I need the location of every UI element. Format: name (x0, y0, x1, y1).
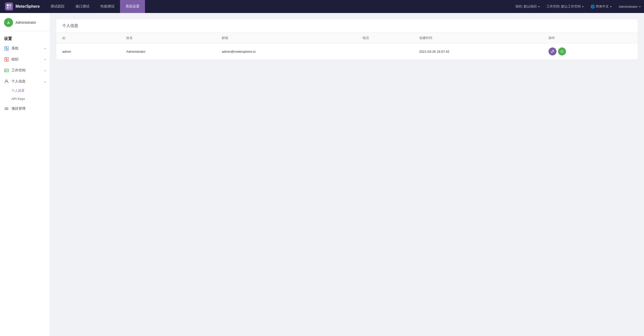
svg-rect-3 (9, 7, 11, 9)
sidebar-item-personal-settings[interactable]: 个人设置 (0, 86, 50, 95)
actions-cell (548, 47, 632, 55)
svg-rect-11 (7, 60, 8, 61)
page-title: 个人信息 (56, 19, 638, 33)
nav-item-test-tracking[interactable]: 测试跟踪 (45, 0, 70, 13)
svg-rect-7 (7, 49, 8, 50)
sidebar-item-api-keys[interactable]: API Keys (0, 95, 50, 103)
sidebar-group-header-system[interactable]: 系统 ▾ (0, 43, 50, 53)
cell-name: Administrator (120, 43, 216, 60)
svg-rect-0 (7, 4, 9, 6)
col-phone: 电话 (356, 33, 413, 43)
logo-text: MeterSphere (16, 4, 40, 9)
col-id: ID (56, 33, 120, 43)
workspace-chevron-icon: ▾ (44, 69, 46, 72)
content-card: 个人信息 ID 姓名 邮箱 电话 创建时间 操作 admin Admini (56, 19, 638, 60)
main-content: 个人信息 ID 姓名 邮箱 电话 创建时间 操作 admin Admini (50, 13, 644, 336)
nav-item-perf-testing[interactable]: 性能测试 (95, 0, 120, 13)
nav-right: 组织: 默认组织 ▾ 工作空间: 默认工作空间 ▾ 🌐 简体中文 ▾ Admin… (512, 0, 644, 13)
svg-rect-12 (4, 69, 8, 72)
sidebar-section-title: 设置 (0, 31, 50, 43)
sidebar-username: Administrator (16, 20, 36, 24)
sidebar-group-header-personal[interactable]: 个人信息 ▴ (0, 76, 50, 86)
col-actions: 操作 (542, 33, 638, 43)
sidebar-group-system: 系统 ▾ (0, 43, 50, 53)
system-label: 系统 (12, 46, 42, 51)
sidebar-user: A Administrator (0, 13, 50, 31)
nav-item-api-testing[interactable]: 接口测试 (70, 0, 95, 13)
col-email: 邮箱 (216, 33, 356, 43)
svg-line-20 (553, 50, 554, 51)
sidebar-group-header-org[interactable]: 组织 ▾ (0, 54, 50, 64)
svg-point-21 (562, 51, 562, 52)
sidebar-group-header-workspace[interactable]: 工作空间 ▾ (0, 65, 50, 75)
workspace-label: 工作空间 (12, 68, 42, 73)
col-name: 姓名 (120, 33, 216, 43)
lang-selector[interactable]: 🌐 简体中文 ▾ (587, 0, 615, 13)
org-chevron-icon: ▾ (44, 58, 46, 61)
org-label: 组织 (12, 57, 42, 62)
table-header: ID 姓名 邮箱 电话 创建时间 操作 (56, 33, 638, 43)
personal-icon (4, 79, 9, 84)
org-chevron-icon: ▾ (538, 5, 540, 8)
sidebar-group-org: 组织 ▾ (0, 54, 50, 64)
lang-chevron-icon: ▾ (610, 5, 612, 8)
svg-rect-9 (4, 59, 6, 61)
avatar: A (4, 18, 13, 27)
svg-rect-2 (7, 7, 9, 9)
svg-rect-1 (9, 4, 11, 6)
project-mgmt-label: 项目管理 (12, 106, 26, 111)
svg-rect-10 (7, 57, 8, 59)
sidebar-item-project-mgmt[interactable]: 项目管理 (0, 104, 50, 114)
user-menu[interactable]: Administrator ▾ (615, 0, 644, 13)
nav-menu: 测试跟踪 接口测试 性能测试 系统设置 (45, 0, 512, 13)
sidebar: A Administrator 设置 系统 ▾ (0, 13, 50, 336)
workspace-chevron-icon: ▾ (582, 5, 584, 8)
sidebar-group-personal: 个人信息 ▴ 个人设置 API Keys (0, 76, 50, 103)
table-row: admin Administrator admin@metersphere.io… (56, 43, 638, 60)
system-icon (4, 46, 9, 51)
edit-button[interactable] (548, 47, 556, 55)
settings-button[interactable] (558, 47, 566, 55)
cell-id: admin (56, 43, 120, 60)
col-created-at: 创建时间 (413, 33, 543, 43)
sidebar-group-workspace: 工作空间 ▾ (0, 65, 50, 75)
cell-phone (356, 43, 413, 60)
svg-rect-4 (4, 46, 6, 48)
org-selector[interactable]: 组织: 默认组织 ▾ (512, 0, 543, 13)
cell-email: admin@metersphere.io (216, 43, 356, 60)
nav-item-system-settings[interactable]: 系统设置 (120, 0, 145, 13)
layout: A Administrator 设置 系统 ▾ (0, 13, 644, 336)
project-icon (4, 106, 9, 111)
workspace-selector[interactable]: 工作空间: 默认工作空间 ▾ (543, 0, 587, 13)
personal-info-table: ID 姓名 邮箱 电话 创建时间 操作 admin Administrator … (56, 33, 638, 59)
user-chevron-icon: ▾ (639, 5, 640, 8)
svg-rect-8 (4, 57, 6, 59)
svg-rect-6 (7, 46, 8, 48)
logo-icon (5, 2, 13, 10)
cell-actions (542, 43, 638, 60)
cell-created-at: 2021-03-26 16:07:42 (413, 43, 543, 60)
system-chevron-icon: ▾ (44, 47, 46, 50)
org-icon (4, 57, 9, 62)
logo-area: MeterSphere (0, 2, 45, 10)
personal-chevron-icon: ▴ (44, 80, 46, 83)
globe-icon: 🌐 (590, 4, 595, 8)
topnav: MeterSphere 测试跟踪 接口测试 性能测试 系统设置 组织: 默认组织… (0, 0, 644, 13)
table-body: admin Administrator admin@metersphere.io… (56, 43, 638, 60)
workspace-icon (4, 68, 9, 73)
svg-rect-5 (4, 48, 6, 50)
personal-label: 个人信息 (12, 79, 42, 84)
